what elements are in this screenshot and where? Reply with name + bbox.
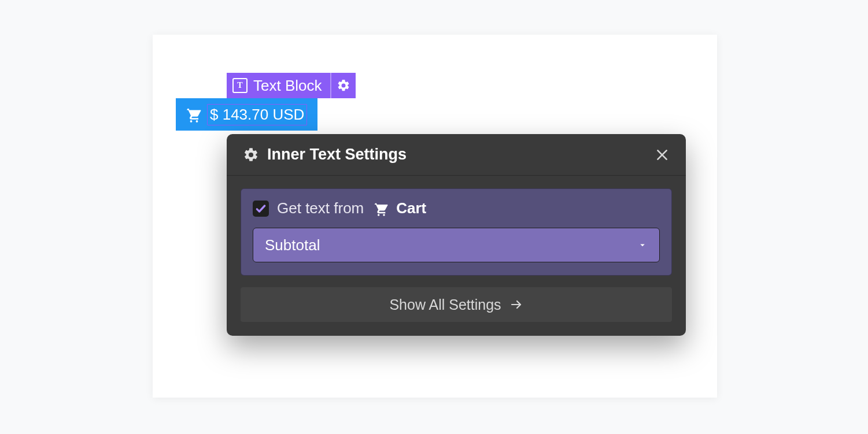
arrow-right-icon bbox=[509, 298, 523, 311]
inner-text-settings-panel: Inner Text Settings Get text from bbox=[227, 134, 686, 336]
chevron-down-icon bbox=[637, 240, 648, 250]
field-select[interactable]: Subtotal bbox=[253, 228, 660, 262]
get-text-checkbox[interactable] bbox=[253, 201, 269, 217]
cart-icon bbox=[372, 201, 388, 217]
panel-body: Get text from Cart Subtotal Sho bbox=[227, 176, 686, 336]
panel-header: Inner Text Settings bbox=[227, 134, 686, 176]
cart-icon bbox=[184, 106, 201, 123]
panel-title: Inner Text Settings bbox=[267, 146, 655, 164]
show-all-settings-button[interactable]: Show All Settings bbox=[241, 287, 672, 322]
element-label-main[interactable]: T Text Block bbox=[227, 73, 330, 98]
element-settings-button[interactable] bbox=[330, 73, 356, 98]
canvas-area: T Text Block $ 143.70 USD Inner Text Set… bbox=[153, 35, 717, 398]
close-icon bbox=[655, 147, 670, 162]
cart-button[interactable]: $ 143.70 USD bbox=[176, 98, 317, 131]
check-icon bbox=[255, 203, 267, 214]
element-label-text: Text Block bbox=[253, 77, 322, 95]
source-name: Cart bbox=[396, 199, 426, 217]
field-select-value: Subtotal bbox=[265, 236, 320, 254]
show-all-label: Show All Settings bbox=[389, 296, 501, 313]
cart-price-text: $ 143.70 USD bbox=[207, 104, 307, 125]
element-label: T Text Block bbox=[227, 73, 356, 98]
gear-icon bbox=[243, 147, 259, 163]
close-button[interactable] bbox=[655, 147, 670, 162]
gear-icon bbox=[337, 79, 350, 92]
source-box: Get text from Cart Subtotal bbox=[241, 188, 672, 276]
source-row: Get text from Cart bbox=[253, 199, 660, 217]
get-text-label: Get text from bbox=[277, 199, 364, 217]
text-block-icon: T bbox=[232, 78, 248, 93]
